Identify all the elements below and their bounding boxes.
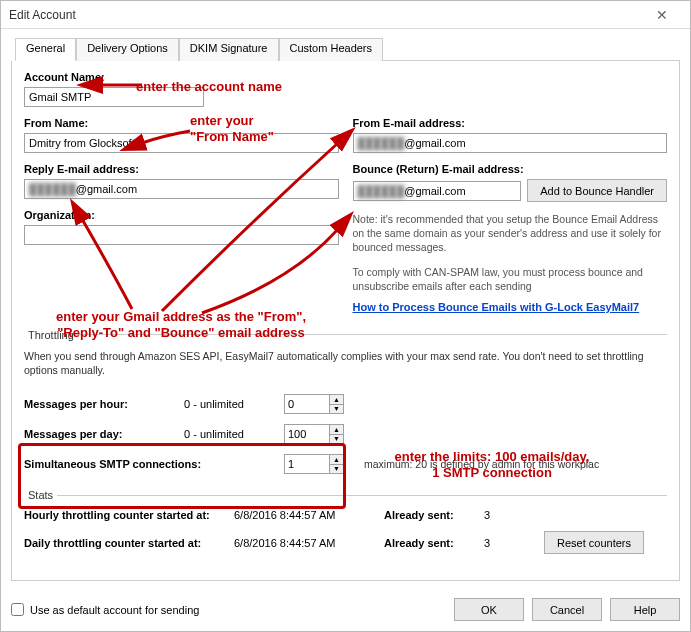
edit-account-window: Edit Account ✕ General Delivery Options … <box>0 0 691 632</box>
from-email-hidden: ██████ <box>358 137 405 149</box>
chevron-down-icon[interactable]: ▼ <box>330 405 343 414</box>
chevron-down-icon[interactable]: ▼ <box>330 435 343 444</box>
from-name-field[interactable] <box>24 133 339 153</box>
msgs-hour-hint: 0 - unlimited <box>184 398 284 410</box>
default-account-checkbox[interactable] <box>11 603 24 616</box>
close-icon[interactable]: ✕ <box>642 7 682 23</box>
dialog-button-bar: Use as default account for sending OK Ca… <box>11 598 680 621</box>
smtp-conn-label: Simultaneous SMTP connections: <box>24 458 284 470</box>
smtp-conn-stepper[interactable]: ▲▼ <box>284 454 344 474</box>
bounce-email-field[interactable]: ██████@gmail.com <box>353 181 522 201</box>
stats-hourly-sent: 3 <box>484 509 524 521</box>
from-email-label: From E-mail address: <box>353 117 668 129</box>
stats-daily-sent-label: Already sent: <box>384 537 484 549</box>
stats-hourly-time: 6/8/2016 8:44:57 AM <box>234 509 384 521</box>
stats-hourly-sent-label: Already sent: <box>384 509 484 521</box>
from-email-field[interactable]: ██████@gmail.com <box>353 133 668 153</box>
add-to-bounce-handler-button[interactable]: Add to Bounce Handler <box>527 179 667 202</box>
bounce-note: Note: it's recommended that you setup th… <box>353 212 668 255</box>
canspam-note: To comply with CAN-SPAM law, you must pr… <box>353 265 668 293</box>
bounce-email-hidden: ██████ <box>358 185 405 197</box>
bounce-email-label: Bounce (Return) E-mail address: <box>353 163 668 175</box>
throttling-group: Throttling When you send through Amazon … <box>24 329 667 483</box>
ok-button[interactable]: OK <box>454 598 524 621</box>
from-email-suffix: @gmail.com <box>404 137 465 149</box>
bounce-email-suffix: @gmail.com <box>404 185 465 197</box>
window-title: Edit Account <box>9 8 642 22</box>
reply-email-hidden: ██████ <box>29 183 76 195</box>
reply-email-label: Reply E-mail address: <box>24 163 339 175</box>
throttling-legend: Throttling <box>24 329 78 341</box>
cancel-button[interactable]: Cancel <box>532 598 602 621</box>
chevron-up-icon[interactable]: ▲ <box>330 425 343 435</box>
chevron-up-icon[interactable]: ▲ <box>330 455 343 465</box>
smtp-conn-hint: maximum: 20 is defined by admin for this… <box>354 457 667 471</box>
tab-dkim-signature[interactable]: DKIM Signature <box>179 38 279 61</box>
msgs-hour-stepper[interactable]: ▲▼ <box>284 394 344 414</box>
msgs-day-hint: 0 - unlimited <box>184 428 284 440</box>
msgs-day-stepper[interactable]: ▲▼ <box>284 424 344 444</box>
stats-group: Stats Hourly throttling counter started … <box>24 489 667 558</box>
stats-daily-label: Daily throttling counter started at: <box>24 537 234 549</box>
general-panel: Account Name: From Name: Reply E-mail ad… <box>11 61 680 581</box>
bounce-help-link[interactable]: How to Process Bounce Emails with G-Lock… <box>353 301 640 313</box>
default-account-checkbox-label[interactable]: Use as default account for sending <box>11 603 199 616</box>
stats-daily-time: 6/8/2016 8:44:57 AM <box>234 537 384 549</box>
organization-field[interactable] <box>24 225 339 245</box>
tab-delivery-options[interactable]: Delivery Options <box>76 38 179 61</box>
msgs-hour-label: Messages per hour: <box>24 398 184 410</box>
throttling-intro: When you send through Amazon SES API, Ea… <box>24 349 667 377</box>
smtp-conn-input[interactable] <box>285 455 329 473</box>
reply-email-suffix: @gmail.com <box>76 183 137 195</box>
client-area: General Delivery Options DKIM Signature … <box>1 29 690 631</box>
reply-email-field[interactable]: ██████@gmail.com <box>24 179 339 199</box>
tab-general[interactable]: General <box>15 38 76 61</box>
default-account-text: Use as default account for sending <box>30 604 199 616</box>
stats-legend: Stats <box>24 489 57 501</box>
msgs-day-input[interactable] <box>285 425 329 443</box>
account-name-field[interactable] <box>24 87 204 107</box>
msgs-day-label: Messages per day: <box>24 428 184 440</box>
stats-daily-sent: 3 <box>484 537 524 549</box>
organization-label: Organization: <box>24 209 339 221</box>
msgs-hour-input[interactable] <box>285 395 329 413</box>
from-name-label: From Name: <box>24 117 339 129</box>
tab-custom-headers[interactable]: Custom Headers <box>279 38 384 61</box>
help-button[interactable]: Help <box>610 598 680 621</box>
reset-counters-button[interactable]: Reset counters <box>544 531 644 554</box>
stats-hourly-label: Hourly throttling counter started at: <box>24 509 234 521</box>
chevron-up-icon[interactable]: ▲ <box>330 395 343 405</box>
tabstrip: General Delivery Options DKIM Signature … <box>15 37 680 61</box>
titlebar: Edit Account ✕ <box>1 1 690 29</box>
account-name-label: Account Name: <box>24 71 334 83</box>
chevron-down-icon[interactable]: ▼ <box>330 465 343 474</box>
